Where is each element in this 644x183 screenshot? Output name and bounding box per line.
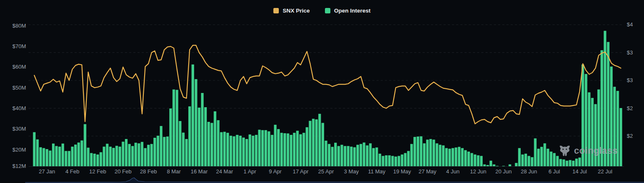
oi-bar[interactable]: [318, 114, 321, 166]
oi-bar[interactable]: [125, 139, 127, 166]
oi-bar[interactable]: [350, 147, 353, 166]
oi-bar[interactable]: [328, 144, 330, 166]
oi-bar[interactable]: [306, 127, 308, 166]
oi-bar[interactable]: [283, 133, 286, 166]
oi-bar[interactable]: [493, 165, 495, 166]
oi-bar[interactable]: [483, 165, 486, 166]
oi-bar[interactable]: [413, 137, 416, 166]
oi-bar[interactable]: [620, 108, 622, 166]
oi-bar[interactable]: [122, 142, 124, 166]
oi-bar[interactable]: [391, 156, 394, 166]
legend-item-open-interest[interactable]: Open Interest: [325, 8, 371, 14]
oi-bar[interactable]: [242, 137, 245, 166]
oi-bar[interactable]: [236, 135, 239, 166]
oi-bar[interactable]: [395, 157, 397, 166]
oi-bar[interactable]: [36, 139, 39, 166]
oi-bar[interactable]: [486, 165, 489, 166]
oi-bar[interactable]: [448, 149, 451, 166]
navigator-strip[interactable]: [0, 177, 644, 183]
oi-bar[interactable]: [188, 106, 191, 166]
oi-bar[interactable]: [226, 133, 229, 166]
oi-bar[interactable]: [280, 133, 283, 166]
oi-bar[interactable]: [68, 151, 70, 166]
oi-bar[interactable]: [46, 149, 48, 166]
oi-bar[interactable]: [553, 153, 556, 166]
oi-bar[interactable]: [515, 163, 517, 166]
oi-bar[interactable]: [464, 150, 467, 166]
oi-bar[interactable]: [87, 148, 89, 166]
oi-bar[interactable]: [439, 145, 441, 166]
oi-bar[interactable]: [179, 121, 182, 166]
oi-bar[interactable]: [543, 143, 546, 166]
oi-bar[interactable]: [299, 134, 302, 166]
oi-bar[interactable]: [93, 154, 96, 166]
oi-bar[interactable]: [42, 148, 45, 166]
oi-bar[interactable]: [109, 147, 112, 166]
oi-bar[interactable]: [569, 160, 571, 166]
oi-bar[interactable]: [39, 147, 42, 166]
oi-bar[interactable]: [477, 155, 479, 166]
oi-bar[interactable]: [356, 145, 359, 166]
oi-bar[interactable]: [138, 143, 140, 166]
oi-bar[interactable]: [572, 161, 574, 166]
oi-bar[interactable]: [106, 144, 109, 166]
oi-bar[interactable]: [52, 144, 55, 166]
oi-bar[interactable]: [255, 135, 257, 166]
oi-bar[interactable]: [423, 143, 426, 166]
oi-bar[interactable]: [233, 137, 235, 166]
oi-bar[interactable]: [496, 166, 499, 166]
oi-bar[interactable]: [258, 130, 261, 166]
oi-bar[interactable]: [185, 139, 188, 166]
oi-bar[interactable]: [169, 108, 172, 166]
oi-bar[interactable]: [525, 154, 527, 166]
oi-bar[interactable]: [550, 152, 552, 166]
oi-bar[interactable]: [340, 145, 343, 166]
oi-bar[interactable]: [338, 146, 340, 166]
oi-bar[interactable]: [490, 161, 492, 166]
oi-bar[interactable]: [245, 139, 248, 166]
oi-bar[interactable]: [115, 146, 118, 166]
oi-bar[interactable]: [401, 155, 403, 166]
oi-bar[interactable]: [210, 123, 213, 166]
oi-bar[interactable]: [397, 156, 400, 166]
oi-bar[interactable]: [195, 79, 197, 166]
oi-bar[interactable]: [287, 134, 289, 166]
oi-bar[interactable]: [563, 160, 565, 166]
oi-bar[interactable]: [429, 139, 432, 166]
oi-bar[interactable]: [417, 137, 419, 166]
oi-bar[interactable]: [166, 137, 169, 166]
oi-bar[interactable]: [163, 137, 166, 166]
oi-bar[interactable]: [540, 147, 543, 166]
oi-bar[interactable]: [271, 135, 273, 166]
oi-bar[interactable]: [65, 151, 67, 166]
oi-bar[interactable]: [426, 139, 428, 166]
oi-bar[interactable]: [80, 140, 83, 166]
oi-bar[interactable]: [261, 130, 264, 166]
oi-bar[interactable]: [58, 147, 61, 166]
oi-bar[interactable]: [119, 147, 121, 166]
oi-bar[interactable]: [325, 141, 327, 166]
oi-bar[interactable]: [334, 143, 337, 166]
oi-bar[interactable]: [153, 138, 156, 166]
oi-bar[interactable]: [192, 64, 194, 166]
oi-bar[interactable]: [420, 137, 422, 166]
oi-bar[interactable]: [84, 124, 86, 166]
oi-bar[interactable]: [385, 155, 387, 166]
oi-bar[interactable]: [198, 108, 200, 166]
oi-bar[interactable]: [201, 93, 203, 166]
oi-bar[interactable]: [182, 133, 184, 166]
oi-bar[interactable]: [347, 146, 349, 166]
oi-bar[interactable]: [547, 149, 549, 166]
oi-bar[interactable]: [128, 144, 131, 166]
oi-bar[interactable]: [442, 145, 444, 166]
oi-bar[interactable]: [454, 147, 457, 166]
oi-bar[interactable]: [575, 159, 578, 166]
oi-bar[interactable]: [112, 148, 115, 166]
oi-bar[interactable]: [135, 143, 137, 166]
oi-bar[interactable]: [249, 134, 251, 166]
oi-bar[interactable]: [150, 144, 153, 166]
oi-bar[interactable]: [480, 156, 483, 166]
oi-bar[interactable]: [404, 153, 406, 166]
oi-bar[interactable]: [172, 90, 175, 166]
oi-bar[interactable]: [99, 152, 102, 166]
